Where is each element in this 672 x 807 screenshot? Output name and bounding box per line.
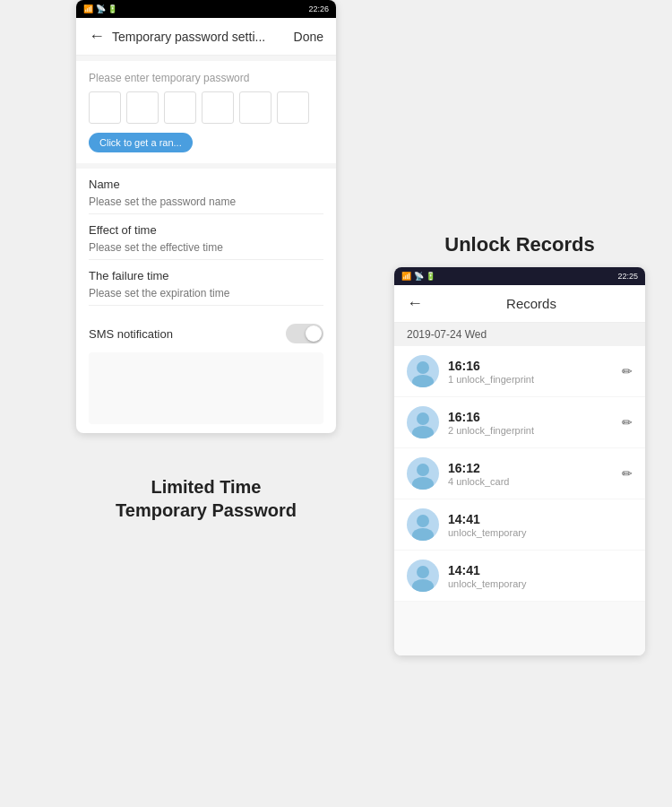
password-box-1[interactable] <box>89 91 121 124</box>
effect-time-input[interactable] <box>89 241 323 260</box>
records-footer <box>394 602 645 655</box>
name-input[interactable] <box>89 195 323 214</box>
record-type-3: unlock_temporary <box>448 527 633 538</box>
name-field: Name <box>89 178 323 214</box>
record-type-0: 1 unlock_fingerprint <box>448 374 622 385</box>
failure-time-input[interactable] <box>89 287 323 306</box>
svg-point-6 <box>417 515 429 527</box>
failure-label: The failure time <box>89 269 323 282</box>
left-panel: 📶 📡 🔋 22:26 ← Temporary password setti..… <box>76 0 336 433</box>
password-label: Please enter temporary password <box>89 72 323 84</box>
failure-time-field: The failure time <box>89 269 323 306</box>
record-time-3: 14:41 <box>448 512 633 526</box>
password-box-5[interactable] <box>239 91 271 124</box>
edit-icon-0[interactable]: ✏ <box>622 364 633 378</box>
record-info-3: 14:41 unlock_temporary <box>448 512 633 538</box>
record-info-4: 14:41 unlock_temporary <box>448 563 633 589</box>
edit-icon-1[interactable]: ✏ <box>622 415 633 430</box>
name-label: Name <box>89 178 323 191</box>
svg-point-3 <box>412 426 434 438</box>
password-box-2[interactable] <box>126 91 159 124</box>
sms-toggle[interactable] <box>286 324 323 343</box>
svg-point-8 <box>417 566 429 578</box>
back-icon-records[interactable]: ← <box>407 294 423 313</box>
records-status-left: 📶 📡 🔋 <box>401 272 435 281</box>
caption-line1: Limited Time <box>76 475 336 499</box>
record-time-2: 16:12 <box>448 461 622 475</box>
sms-label: SMS notification <box>89 327 173 341</box>
record-type-2: 4 unlock_card <box>448 476 622 487</box>
svg-point-5 <box>412 477 434 490</box>
record-info-2: 16:12 4 unlock_card <box>448 461 622 487</box>
svg-point-7 <box>412 528 434 541</box>
caption-line2: Temporary Password <box>76 499 336 522</box>
record-item-0: 16:16 1 unlock_fingerprint ✏ <box>394 346 645 397</box>
svg-point-1 <box>412 375 434 387</box>
record-time-4: 14:41 <box>448 563 633 577</box>
avatar-1 <box>407 406 439 438</box>
svg-point-0 <box>417 361 429 374</box>
records-phone: 📶 📡 🔋 22:25 ← Records 2019-07-24 Wed 16:… <box>394 267 645 655</box>
toggle-knob <box>306 325 322 342</box>
records-status-right: 22:25 <box>617 272 638 281</box>
status-left-icons: 📶 📡 🔋 <box>83 4 117 13</box>
header-title-left: Temporary password setti... <box>112 30 294 44</box>
password-section: Please enter temporary password Click to… <box>76 61 336 163</box>
record-item-2: 16:12 4 unlock_card ✏ <box>394 448 645 499</box>
back-icon-left[interactable]: ← <box>89 27 105 46</box>
status-time-left: 22:26 <box>308 4 329 13</box>
password-boxes <box>89 91 323 124</box>
random-button[interactable]: Click to get a ran... <box>89 133 193 152</box>
password-box-4[interactable] <box>202 91 234 124</box>
effect-time-field: Effect of time <box>89 223 323 260</box>
record-item-1: 16:16 2 unlock_fingerprint ✏ <box>394 397 645 448</box>
edit-icon-2[interactable]: ✏ <box>622 466 633 481</box>
record-info-1: 16:16 2 unlock_fingerprint <box>448 410 622 436</box>
records-header-title: Records <box>430 296 633 311</box>
avatar-2 <box>407 457 439 490</box>
record-time-0: 16:16 <box>448 359 622 373</box>
records-header: ← Records <box>394 285 645 323</box>
effect-label: Effect of time <box>89 223 323 237</box>
left-caption: Limited Time Temporary Password <box>76 475 336 522</box>
records-title: Unlock Records <box>394 233 645 256</box>
right-panel: Unlock Records 📶 📡 🔋 22:25 ← Records 201… <box>394 233 645 655</box>
record-type-4: unlock_temporary <box>448 578 633 589</box>
sms-toggle-row: SMS notification <box>76 315 336 352</box>
svg-point-9 <box>412 579 434 592</box>
svg-point-4 <box>417 464 429 476</box>
avatar-4 <box>407 560 439 592</box>
password-box-6[interactable] <box>277 91 309 124</box>
image-placeholder <box>89 352 323 424</box>
status-bar-left: 📶 📡 🔋 22:26 <box>76 0 336 18</box>
svg-point-2 <box>417 412 429 425</box>
password-box-3[interactable] <box>164 91 196 124</box>
avatar-0 <box>407 355 439 387</box>
form-section: Name Effect of time The failure time <box>76 169 336 306</box>
done-button[interactable]: Done <box>294 30 323 44</box>
record-info-0: 16:16 1 unlock_fingerprint <box>448 359 622 385</box>
header-left: ← Temporary password setti... Done <box>76 18 336 56</box>
records-status-bar: 📶 📡 🔋 22:25 <box>394 267 645 285</box>
record-item-4: 14:41 unlock_temporary <box>394 551 645 602</box>
date-row: 2019-07-24 Wed <box>394 323 645 346</box>
record-time-1: 16:16 <box>448 410 622 424</box>
avatar-3 <box>407 508 439 541</box>
record-type-1: 2 unlock_fingerprint <box>448 425 622 436</box>
record-item-3: 14:41 unlock_temporary <box>394 499 645 551</box>
